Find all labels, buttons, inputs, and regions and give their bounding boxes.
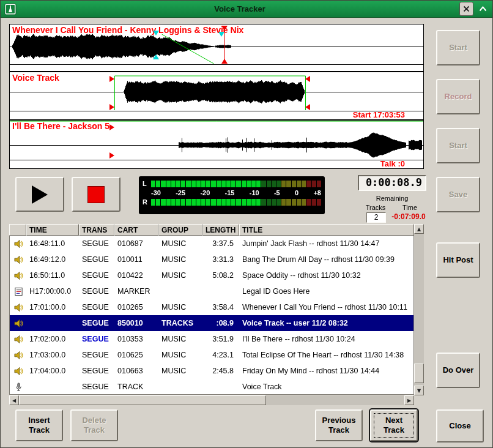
log-row[interactable]: 17:04:00.0 SEGUE 010663 MUSIC 2:45.8 Fri… (10, 363, 413, 379)
close-button[interactable]: Close (436, 409, 484, 442)
track-title: I'll Be There - Jackson 5 (12, 121, 109, 131)
row-title: Legal ID Goes Here (240, 287, 413, 296)
start-button-top[interactable]: Start (436, 30, 480, 65)
col-time[interactable]: TIME (26, 224, 79, 236)
row-icon-cell (10, 303, 27, 312)
play-icon (32, 185, 48, 204)
next-track-button[interactable]: Next Track (370, 409, 418, 441)
log-row[interactable]: 17:01:00.0 SEGUE 010265 MUSIC 3:58.4 Whe… (10, 299, 413, 315)
col-length[interactable]: LENGTH (202, 224, 239, 236)
start-marker[interactable] (109, 104, 114, 110)
end-marker[interactable] (221, 59, 228, 64)
speaker-icon (14, 303, 23, 312)
waveform-track-next-song[interactable]: I'll Be There - Jackson 5 Talk :0 (9, 120, 424, 169)
horizontal-scroll-thumb[interactable] (19, 395, 266, 405)
row-icon-cell (10, 335, 27, 344)
segue-marker[interactable] (153, 31, 159, 35)
horizontal-scrollbar[interactable]: ◀ ▶ (9, 395, 414, 405)
row-title: Total Eclipse Of The Heart -- rdhost 11/… (240, 351, 413, 359)
col-icon[interactable] (9, 224, 26, 236)
row-cart: TRACK (115, 383, 159, 391)
row-icon-cell (10, 319, 27, 328)
col-cart[interactable]: CART (114, 224, 158, 236)
meter-left-label: L (143, 180, 150, 187)
insert-track-button[interactable]: Insert Track (15, 409, 63, 441)
start-marker[interactable] (109, 76, 114, 82)
scale-tick: -10 (250, 189, 259, 196)
start-marker[interactable] (109, 152, 114, 159)
shade-window-button[interactable] (476, 2, 489, 15)
row-icon-cell (10, 351, 27, 360)
col-trans[interactable]: TRANS (79, 224, 114, 236)
start-button-bottom[interactable]: Start (436, 128, 480, 163)
speaker-icon (14, 271, 23, 280)
voice-tracker-window: Voice Tracker Whenever I Call You Friend… (0, 0, 493, 448)
hit-post-button[interactable]: Hit Post (436, 242, 480, 278)
row-group: MUSIC (159, 255, 203, 264)
row-trans: SEGUE (80, 319, 115, 327)
stop-button[interactable] (72, 177, 120, 212)
row-title: I'll Be There -- rdhost 11/30 10:24 (240, 335, 413, 343)
end-marker[interactable] (221, 26, 228, 31)
remaining-time-value: -0:07:09.0 (388, 212, 429, 221)
remaining-tracks-value: 2 (366, 212, 386, 223)
log-row[interactable]: SEGUE 850010 TRACKS :08.9 Voice Track --… (10, 315, 413, 331)
track-title: Whenever I Call You Friend - Kenny Loggi… (12, 25, 243, 35)
row-icon-cell (10, 287, 27, 296)
log-row[interactable]: 17:03:00.0 SEGUE 010625 MUSIC 4:23.1 Tot… (10, 347, 413, 363)
track-start-time: Start 17:03:53 (353, 110, 405, 119)
scroll-left-button[interactable]: ◀ (9, 395, 19, 405)
waveform-track-voice[interactable]: Voice Track Start 17:03:53 (9, 72, 424, 120)
scale-tick: -25 (176, 189, 185, 196)
delete-track-button[interactable]: Delete Track (70, 409, 118, 441)
vertical-scroll-thumb[interactable] (414, 364, 424, 383)
waveform-track-previous-song[interactable]: Whenever I Call You Friend - Kenny Loggi… (9, 24, 424, 72)
log-row[interactable]: 17:02:00.0 SEGUE 010353 MUSIC 3:51.9 I'l… (10, 331, 413, 347)
row-time: 17:01:00.0 (27, 303, 80, 312)
close-window-button[interactable] (459, 2, 473, 16)
meter-scale: -30 -25 -20 -15 -10 -5 0 +8 (143, 188, 321, 198)
log-row[interactable]: 16:50:11.0 SEGUE 010422 MUSIC 5:08.2 Spa… (10, 267, 413, 283)
start-marker[interactable] (109, 124, 114, 130)
vertical-scrollbar[interactable]: ▲ ▼ (414, 224, 424, 395)
record-button[interactable]: Record (436, 79, 480, 114)
row-trans: SEGUE (80, 271, 115, 280)
scroll-up-button[interactable]: ▲ (414, 224, 424, 234)
row-group: MUSIC (159, 367, 203, 375)
segue-marker[interactable] (153, 54, 159, 59)
row-group: MUSIC (159, 271, 203, 280)
scale-tick: -5 (274, 189, 280, 196)
log-row[interactable]: SEGUE TRACK Voice Track (10, 379, 413, 395)
row-title: Jumpin' Jack Flash -- rdhost 11/30 14:47 (240, 239, 413, 248)
previous-track-label: Previous Track (319, 416, 358, 436)
col-group[interactable]: GROUP (158, 224, 202, 236)
scale-tick: +8 (313, 189, 321, 196)
row-title: Voice Track -- user 11/2 08:32 (240, 319, 413, 327)
delete-track-label: Delete Track (75, 416, 114, 436)
log-row[interactable]: 16:48:11.0 SEGUE 010687 MUSIC 3:37.5 Jum… (10, 236, 413, 252)
end-marker[interactable] (305, 76, 310, 82)
scroll-down-button[interactable]: ▼ (414, 386, 424, 395)
row-cart: 010625 (115, 351, 159, 359)
end-marker[interactable] (305, 104, 310, 110)
do-over-button[interactable]: Do Over (436, 353, 480, 388)
row-cart: 850010 (115, 319, 159, 327)
previous-track-button[interactable]: Previous Track (315, 409, 363, 441)
row-group: MUSIC (159, 351, 203, 359)
row-cart: 010687 (115, 239, 159, 248)
log-table-body: 16:48:11.0 SEGUE 010687 MUSIC 3:37.5 Jum… (9, 236, 414, 395)
row-cart: 010011 (115, 255, 159, 264)
segue-marker[interactable] (218, 32, 224, 37)
scroll-right-button[interactable]: ▶ (404, 395, 414, 405)
track-title: Voice Track (12, 73, 59, 83)
log-row[interactable]: 16:49:12.0 SEGUE 010011 MUSIC 3:31.3 Ban… (10, 252, 413, 267)
row-title: Whenever I Call You Friend -- rdhost 11/… (240, 303, 413, 312)
play-button[interactable] (15, 177, 64, 212)
save-button[interactable]: Save (436, 177, 480, 212)
row-cart: 010422 (115, 271, 159, 280)
scale-tick: -30 (151, 189, 161, 196)
col-title[interactable]: TITLE (239, 224, 414, 236)
row-trans: SEGUE (80, 383, 115, 391)
meter-right-bar (151, 199, 321, 206)
log-row[interactable]: H17:00:00.0 SEGUE MARKER Legal ID Goes H… (10, 283, 413, 299)
